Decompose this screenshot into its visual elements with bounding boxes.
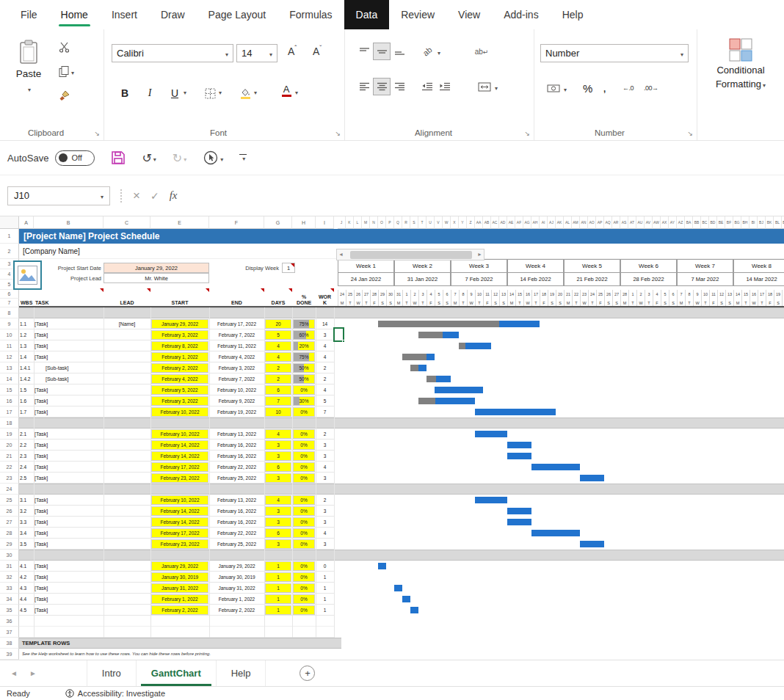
column-header[interactable]: BI xyxy=(749,216,758,229)
row-header[interactable]: 36 xyxy=(0,616,19,627)
row-header[interactable]: 13 xyxy=(0,362,19,373)
row-header[interactable]: 8 xyxy=(0,307,19,318)
gantt-bar[interactable] xyxy=(507,519,531,525)
increase-indent-button[interactable] xyxy=(436,78,454,95)
row-header[interactable]: 32 xyxy=(0,572,19,583)
accessibility-status[interactable]: Accessibility: Investigate xyxy=(65,689,165,698)
week-date[interactable]: 14 Feb 2022 xyxy=(507,272,564,286)
column-header[interactable]: V xyxy=(435,216,443,229)
day-number-cell[interactable]: 26 xyxy=(604,290,612,299)
day-number-cell[interactable]: 29 xyxy=(378,290,386,299)
format-painter-button[interactable] xyxy=(59,90,74,101)
sheet-tab-help[interactable]: Help xyxy=(217,660,266,686)
day-number-cell[interactable]: 12 xyxy=(491,290,499,299)
align-right-button[interactable] xyxy=(391,78,408,95)
conditional-formatting-dropdown-icon[interactable] xyxy=(761,79,766,90)
row-header[interactable]: 30 xyxy=(0,550,19,561)
week-header[interactable]: Week 5 xyxy=(564,259,620,273)
week-date[interactable]: 21 Feb 2022 xyxy=(564,272,620,286)
day-number-cell[interactable]: 26 xyxy=(354,290,362,299)
column-header[interactable]: P xyxy=(386,216,394,229)
font-color-button[interactable]: A xyxy=(279,83,294,99)
day-number-cell[interactable]: 12 xyxy=(717,290,725,299)
align-middle-button[interactable] xyxy=(373,43,391,60)
week-date[interactable]: 24 Jan 2022 xyxy=(338,272,394,286)
percent-style-button[interactable]: % xyxy=(583,82,592,95)
column-header[interactable]: BK xyxy=(766,216,774,229)
category-row[interactable] xyxy=(19,418,784,429)
undo-button[interactable] xyxy=(142,151,156,165)
paste-dropdown-icon[interactable] xyxy=(26,83,31,94)
autosave-toggle[interactable]: AutoSave Off xyxy=(7,150,95,166)
column-header[interactable]: AH xyxy=(531,216,540,229)
increase-font-size-button[interactable]: Aˆ xyxy=(288,45,297,57)
column-header[interactable]: R xyxy=(402,216,410,229)
column-header[interactable]: AR xyxy=(612,216,620,229)
day-number-cell[interactable]: 16 xyxy=(523,290,531,299)
borders-button[interactable] xyxy=(203,83,217,99)
column-header[interactable]: BA xyxy=(685,216,693,229)
column-header[interactable]: AG xyxy=(523,216,531,229)
accounting-dropdown-icon[interactable] xyxy=(562,83,567,94)
column-header[interactable]: B xyxy=(34,216,104,229)
row-header[interactable]: 33 xyxy=(0,583,19,594)
day-number-cell[interactable]: 9 xyxy=(467,290,475,299)
column-header[interactable]: AS xyxy=(620,216,628,229)
day-number-cell[interactable]: 25 xyxy=(346,290,354,299)
day-number-cell[interactable]: 10 xyxy=(475,290,483,299)
table-column-header[interactable]: % DONE xyxy=(292,288,316,307)
cancel-entry-icon[interactable] xyxy=(133,189,140,203)
gantt-bar[interactable] xyxy=(418,332,459,338)
row-header[interactable]: 1 xyxy=(0,229,19,244)
row-header[interactable]: 37 xyxy=(0,627,19,638)
day-number-cell[interactable]: 19 xyxy=(774,290,782,299)
day-number-cell[interactable]: 2 xyxy=(410,290,418,299)
template-logo[interactable] xyxy=(13,260,42,290)
column-header[interactable]: Q xyxy=(394,216,402,229)
scroll-left-icon[interactable] xyxy=(338,249,344,260)
day-number-cell[interactable]: 17 xyxy=(758,290,766,299)
row-header[interactable]: 20 xyxy=(0,440,19,451)
row-header[interactable]: 38 xyxy=(0,638,19,649)
day-number-cell[interactable]: 1 xyxy=(402,290,410,299)
column-header[interactable]: BF xyxy=(725,216,733,229)
copy-button[interactable] xyxy=(59,65,74,77)
font-dialog-launcher-icon[interactable] xyxy=(335,130,341,137)
fill-color-button[interactable] xyxy=(238,83,253,99)
fill-handle[interactable] xyxy=(342,340,345,343)
insert-function-button[interactable]: fx xyxy=(170,189,178,202)
row-header[interactable]: 18 xyxy=(0,418,19,429)
day-number-cell[interactable]: 28 xyxy=(370,290,378,299)
day-number-cell[interactable]: 22 xyxy=(572,290,580,299)
table-column-header[interactable]: LEAD xyxy=(104,288,150,307)
scroll-right-icon[interactable] xyxy=(477,249,482,260)
day-number-cell[interactable]: 6 xyxy=(443,290,451,299)
column-header[interactable]: A xyxy=(19,216,34,229)
column-header[interactable]: AP xyxy=(596,216,604,229)
gantt-bar[interactable] xyxy=(378,563,386,569)
column-header[interactable]: AX xyxy=(661,216,669,229)
italic-button[interactable]: I xyxy=(142,83,157,99)
confirm-entry-icon[interactable] xyxy=(150,189,159,203)
day-number-cell[interactable]: 8 xyxy=(459,290,467,299)
column-header[interactable]: X xyxy=(451,216,459,229)
day-number-cell[interactable]: 2 xyxy=(636,290,645,299)
column-header[interactable]: AI xyxy=(540,216,548,229)
redo-dropdown-icon[interactable] xyxy=(182,151,186,164)
week-date[interactable]: 7 Feb 2022 xyxy=(451,272,507,286)
day-number-cell[interactable]: 19 xyxy=(548,290,556,299)
column-header[interactable]: G xyxy=(264,216,292,229)
row-header[interactable]: 11 xyxy=(0,340,19,351)
row-header[interactable]: 24 xyxy=(0,484,19,495)
row-header[interactable]: 6 xyxy=(0,290,19,299)
row-header[interactable]: 21 xyxy=(0,451,19,462)
select-all-corner[interactable] xyxy=(0,216,19,229)
row-header[interactable]: 23 xyxy=(0,473,19,484)
row-header[interactable]: 22 xyxy=(0,462,19,473)
day-number-cell[interactable]: 1 xyxy=(628,290,636,299)
row-header[interactable]: 10 xyxy=(0,329,19,340)
copy-dropdown-icon[interactable] xyxy=(70,66,74,77)
name-box[interactable]: J10 xyxy=(7,186,110,205)
day-number-cell[interactable]: 24 xyxy=(338,290,346,299)
gantt-bar[interactable] xyxy=(418,398,475,404)
